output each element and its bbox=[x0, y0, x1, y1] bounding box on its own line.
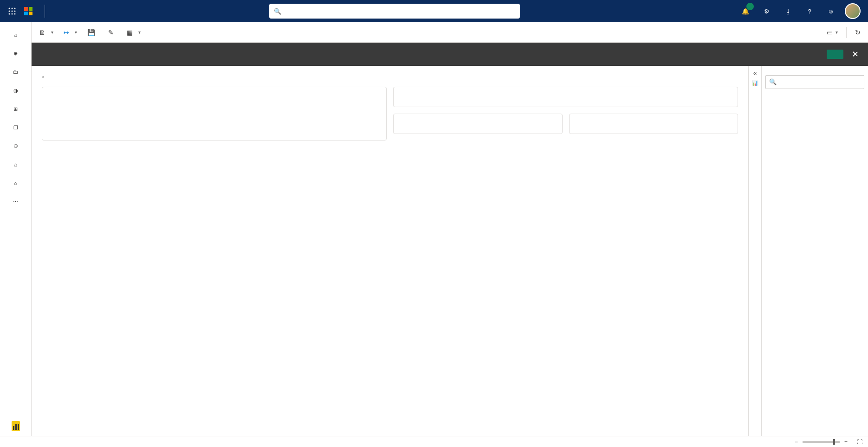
chevron-down-icon: ▾ bbox=[75, 30, 77, 35]
left-nav: ⌂ ⊕ 🗀 ◑ ⊞ ❐ ⚇ ⌂ ⌂ ⋯ bbox=[0, 22, 32, 436]
chart-card-sum-rowkey[interactable] bbox=[42, 87, 387, 140]
nav-workspace-2[interactable]: ⌂ bbox=[0, 156, 31, 174]
search-icon: 🔍 bbox=[274, 8, 281, 15]
save-button[interactable]: 💾 bbox=[85, 27, 100, 38]
home-icon: ⌂ bbox=[11, 30, 21, 40]
folder-icon: 🗀 bbox=[11, 67, 21, 77]
powerbi-icon bbox=[12, 421, 20, 431]
svg-point-4 bbox=[12, 11, 13, 12]
export-menu[interactable]: ↦▾ bbox=[62, 27, 79, 38]
zoom-slider[interactable] bbox=[803, 441, 840, 443]
help-icon[interactable]: ? bbox=[802, 4, 817, 19]
start-tour-button[interactable] bbox=[827, 50, 843, 59]
global-header: 🔍 🔔 ⚙ ⭳ ? ☺ bbox=[0, 0, 868, 22]
close-icon[interactable]: ✕ bbox=[852, 49, 859, 59]
data-search-input[interactable] bbox=[765, 75, 864, 89]
zoom-out-button[interactable]: − bbox=[795, 439, 798, 445]
settings-icon[interactable]: ⚙ bbox=[759, 4, 774, 19]
rectangle-icon: ▭ bbox=[827, 29, 833, 36]
svg-point-2 bbox=[14, 8, 16, 9]
tour-banner: ✕ bbox=[32, 43, 868, 66]
nav-home[interactable]: ⌂ bbox=[0, 26, 31, 45]
search-icon: 🔍 bbox=[769, 78, 777, 85]
nav-powerbi[interactable] bbox=[0, 417, 31, 436]
summary-header: ▫ bbox=[42, 73, 738, 80]
report-canvas: ▫ bbox=[32, 66, 748, 436]
feedback-icon[interactable]: ☺ bbox=[823, 4, 838, 19]
chart-card-product-master[interactable] bbox=[569, 114, 738, 134]
pencil-icon: ✎ bbox=[108, 29, 114, 36]
plus-circle-icon: ⊕ bbox=[11, 48, 21, 58]
svg-point-6 bbox=[9, 13, 10, 15]
export-icon: ↦ bbox=[64, 29, 69, 36]
ellipsis-icon: ⋯ bbox=[11, 197, 21, 207]
global-search[interactable]: 🔍 bbox=[269, 4, 520, 19]
collapse-icon[interactable]: « bbox=[753, 70, 757, 77]
save-icon: 💾 bbox=[87, 29, 95, 36]
report-toolbar: 🗎▾ ↦▾ 💾 ✎ ▦▾ ▭▾ ↻ bbox=[32, 22, 868, 43]
nav-more[interactable]: ⋯ bbox=[0, 193, 31, 211]
view-mode-menu[interactable]: ▭▾ bbox=[825, 27, 840, 38]
app-launcher-icon[interactable] bbox=[4, 3, 20, 19]
status-bar: − + ⛶ bbox=[0, 436, 868, 447]
chevron-down-icon: ▾ bbox=[138, 30, 141, 35]
chart-card-product-code[interactable] bbox=[393, 87, 738, 107]
nav-browse[interactable]: 🗀 bbox=[0, 63, 31, 82]
table-icon: ▦ bbox=[127, 29, 133, 36]
chevron-down-icon: ▾ bbox=[51, 30, 53, 35]
divider bbox=[45, 5, 45, 18]
svg-point-1 bbox=[12, 8, 13, 9]
refresh-button[interactable]: ↻ bbox=[853, 27, 862, 38]
file-icon: 🗎 bbox=[39, 29, 45, 36]
edit-button[interactable]: ✎ bbox=[106, 27, 118, 38]
svg-point-5 bbox=[14, 11, 16, 12]
svg-point-8 bbox=[14, 13, 16, 15]
notifications-icon[interactable]: 🔔 bbox=[738, 4, 753, 19]
refresh-icon: ↻ bbox=[855, 29, 861, 36]
microsoft-logo bbox=[24, 7, 38, 15]
nav-apps[interactable]: ⊞ bbox=[0, 100, 31, 119]
nav-workspace-1[interactable]: ⚇ bbox=[0, 137, 31, 156]
nav-workspace-3[interactable]: ⌂ bbox=[0, 174, 31, 193]
dataset-icon: ▫ bbox=[42, 73, 44, 80]
search-input[interactable] bbox=[281, 7, 515, 15]
download-icon[interactable]: ⭳ bbox=[781, 4, 796, 19]
onelake-icon: ◑ bbox=[11, 85, 21, 96]
house-icon: ⌂ bbox=[11, 178, 21, 188]
apps-icon: ⊞ bbox=[11, 104, 21, 114]
svg-point-3 bbox=[9, 11, 10, 12]
data-pane: 🔍 bbox=[761, 66, 868, 436]
show-data-table-menu[interactable]: ▦▾ bbox=[125, 27, 143, 38]
notification-badge bbox=[746, 3, 754, 10]
filters-icon[interactable]: 📊 bbox=[752, 80, 758, 86]
nav-onelake[interactable]: ◑ bbox=[0, 82, 31, 100]
nav-workspaces[interactable]: ❐ bbox=[0, 119, 31, 137]
house-icon: ⌂ bbox=[11, 160, 21, 170]
chart-card-first-name[interactable] bbox=[393, 114, 563, 134]
microsoft-squares-icon bbox=[24, 7, 32, 15]
filters-rail[interactable]: « 📊 bbox=[748, 66, 761, 436]
workspace-icon: ⚇ bbox=[11, 141, 21, 151]
nav-create[interactable]: ⊕ bbox=[0, 45, 31, 63]
fit-page-icon[interactable]: ⛶ bbox=[857, 439, 862, 445]
divider bbox=[846, 27, 847, 38]
workspaces-icon: ❐ bbox=[11, 122, 21, 133]
chevron-down-icon: ▾ bbox=[836, 30, 838, 35]
user-avatar[interactable] bbox=[845, 3, 861, 19]
svg-point-7 bbox=[12, 13, 13, 15]
svg-point-0 bbox=[9, 8, 10, 9]
file-menu[interactable]: 🗎▾ bbox=[37, 27, 55, 38]
zoom-in-button[interactable]: + bbox=[844, 439, 848, 445]
